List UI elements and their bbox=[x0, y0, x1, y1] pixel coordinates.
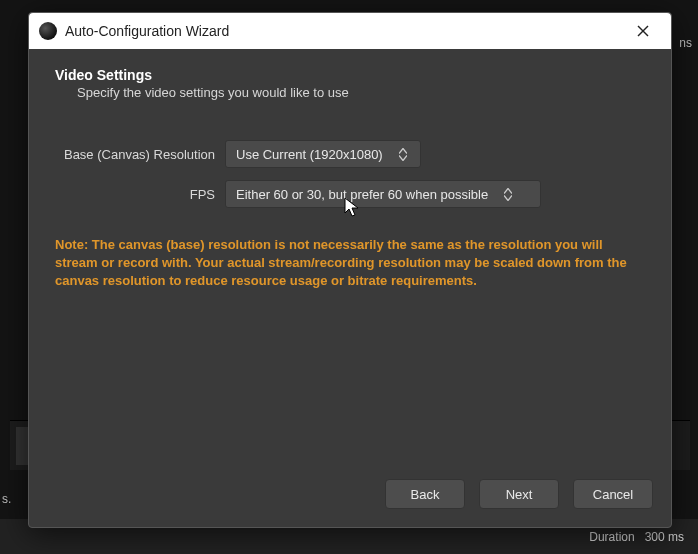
resolution-label: Base (Canvas) Resolution bbox=[55, 147, 225, 162]
fps-select[interactable]: Either 60 or 30, but prefer 60 when poss… bbox=[225, 180, 541, 208]
resolution-select-value: Use Current (1920x1080) bbox=[236, 147, 391, 162]
page-subheading: Specify the video settings you would lik… bbox=[77, 85, 645, 100]
next-button[interactable]: Next bbox=[479, 479, 559, 509]
cancel-button-label: Cancel bbox=[593, 487, 633, 502]
status-duration-value: 300 ms bbox=[645, 530, 684, 544]
window-title: Auto-Configuration Wizard bbox=[65, 23, 625, 39]
close-button[interactable] bbox=[625, 13, 661, 49]
status-duration-label: Duration bbox=[589, 530, 634, 544]
cancel-button[interactable]: Cancel bbox=[573, 479, 653, 509]
dialog-content: Video Settings Specify the video setting… bbox=[29, 49, 671, 467]
resolution-note: Note: The canvas (base) resolution is no… bbox=[55, 236, 635, 291]
back-button[interactable]: Back bbox=[385, 479, 465, 509]
fps-row: FPS Either 60 or 30, but prefer 60 when … bbox=[55, 180, 645, 208]
auto-config-wizard-dialog: Auto-Configuration Wizard Video Settings… bbox=[28, 12, 672, 528]
page-heading: Video Settings bbox=[55, 67, 645, 83]
titlebar: Auto-Configuration Wizard bbox=[29, 13, 671, 49]
resolution-select[interactable]: Use Current (1920x1080) bbox=[225, 140, 421, 168]
select-stepper-icon bbox=[395, 143, 411, 165]
resolution-row: Base (Canvas) Resolution Use Current (19… bbox=[55, 140, 645, 168]
fps-select-value: Either 60 or 30, but prefer 60 when poss… bbox=[236, 187, 496, 202]
back-button-label: Back bbox=[411, 487, 440, 502]
truncated-left-text: s. bbox=[2, 492, 11, 506]
next-button-label: Next bbox=[506, 487, 533, 502]
select-stepper-icon bbox=[500, 183, 516, 205]
truncated-right-text: ns bbox=[679, 36, 692, 50]
dialog-footer: Back Next Cancel bbox=[29, 467, 671, 527]
close-icon bbox=[637, 25, 649, 37]
fps-label: FPS bbox=[55, 187, 225, 202]
obs-logo-icon bbox=[39, 22, 57, 40]
